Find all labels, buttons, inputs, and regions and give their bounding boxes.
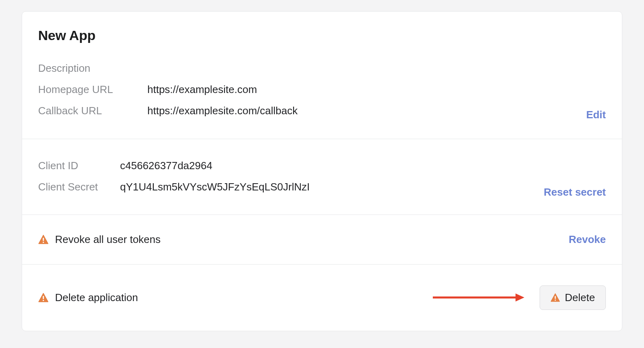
client-secret-label: Client Secret: [38, 181, 120, 193]
description-row: Description: [38, 58, 606, 79]
revoke-section: Revoke all user tokens Revoke: [22, 214, 622, 264]
delete-section: Delete application Delete: [22, 264, 622, 331]
svg-point-1: [43, 242, 44, 243]
client-id-label: Client ID: [38, 160, 120, 172]
callback-row: Callback URL https://examplesite.com/cal…: [38, 100, 606, 121]
warning-icon: [38, 293, 49, 302]
svg-rect-5: [555, 296, 556, 299]
reset-secret-link[interactable]: Reset secret: [544, 186, 606, 198]
revoke-link[interactable]: Revoke: [569, 233, 606, 246]
client-secret-row: Client Secret qY1U4Lsm5kVYscW5JFzYsEqLS0…: [38, 176, 606, 198]
svg-rect-0: [43, 238, 44, 241]
edit-link[interactable]: Edit: [586, 109, 606, 121]
delete-label: Delete application: [55, 291, 138, 304]
credentials-section: Client ID c456626377da2964 Client Secret…: [22, 139, 622, 214]
callback-value: https://examplesite.com/callback: [147, 105, 298, 117]
svg-point-6: [554, 300, 556, 301]
delete-button[interactable]: Delete: [540, 285, 606, 310]
app-title: New App: [38, 28, 606, 43]
delete-button-label: Delete: [565, 291, 595, 304]
client-id-value: c456626377da2964: [120, 160, 212, 172]
description-label: Description: [38, 62, 147, 75]
homepage-label: Homepage URL: [38, 83, 147, 96]
revoke-label: Revoke all user tokens: [55, 233, 161, 246]
app-settings-card: New App Description Homepage URL https:/…: [22, 11, 622, 331]
client-secret-value: qY1U4Lsm5kVYscW5JFzYsEqLS0JrlNzI: [120, 181, 310, 193]
svg-rect-2: [43, 296, 44, 299]
warning-icon: [550, 293, 560, 302]
arrow-annotation-icon: [433, 292, 525, 303]
client-id-row: Client ID c456626377da2964: [38, 155, 606, 176]
callback-label: Callback URL: [38, 105, 147, 117]
homepage-value: https://examplesite.com: [147, 83, 257, 96]
warning-icon: [38, 235, 49, 244]
homepage-row: Homepage URL https://examplesite.com: [38, 79, 606, 100]
svg-point-3: [43, 300, 44, 301]
app-details-section: New App Description Homepage URL https:/…: [22, 12, 622, 139]
